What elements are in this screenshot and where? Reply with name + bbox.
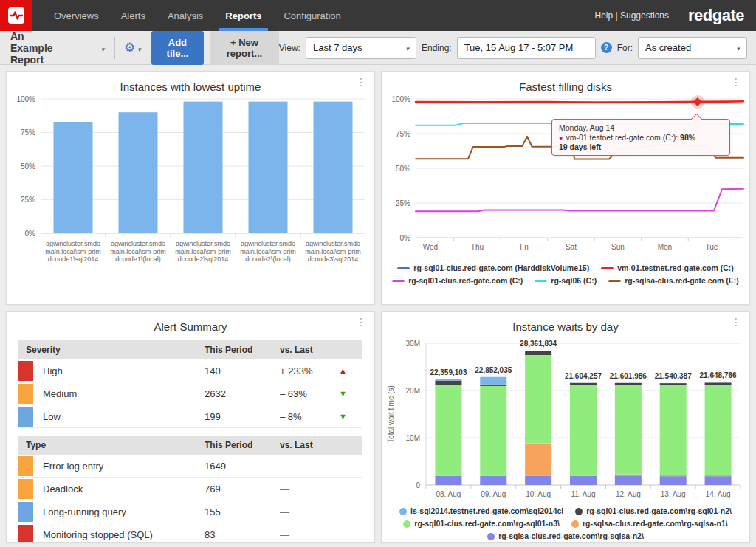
nav-tab-configuration[interactable]: Configuration	[272, 0, 351, 31]
nav-tab-alerts[interactable]: Alerts	[110, 0, 157, 31]
for-label: For:	[617, 43, 633, 53]
tile-instances-lowest-uptime: Instances with lowest uptime 0%25%50%75%…	[6, 71, 375, 305]
tile-title: Instances with lowest uptime	[7, 80, 374, 93]
view-select-value: Last 7 days	[313, 42, 362, 53]
disk-series-line[interactable]	[416, 189, 743, 211]
tooltip-date: Monday, Aug 14	[559, 123, 723, 132]
y-axis-tick-label: 25%	[396, 199, 410, 207]
uptime-bar[interactable]	[54, 122, 93, 233]
tile-menu-icon[interactable]	[352, 75, 370, 89]
sql-monitor-logo[interactable]	[0, 0, 32, 31]
wait-bar-segment[interactable]	[435, 381, 461, 385]
wait-bar-segment[interactable]	[705, 385, 732, 475]
uptime-bar[interactable]	[249, 102, 288, 233]
table-row: Error log entry1649—	[18, 455, 362, 478]
wait-bar-segment[interactable]	[615, 475, 642, 485]
wait-bar-segment[interactable]	[480, 385, 506, 386]
help-suggestions-link[interactable]: Help | Suggestions	[595, 10, 670, 21]
legend-label: rg-sql01-clus.red-gate.com (C:)	[408, 275, 523, 286]
for-select-value: As created	[645, 42, 691, 53]
wait-bar-segment[interactable]	[525, 351, 551, 355]
wait-bar-segment[interactable]	[615, 383, 642, 385]
divider	[114, 37, 115, 59]
for-select[interactable]: As created	[638, 37, 747, 59]
nav-tab-overviews[interactable]: Overviews	[43, 0, 110, 31]
gear-icon: ⚙	[124, 41, 135, 54]
view-select[interactable]: Last 7 days	[306, 37, 416, 59]
y-axis-tick-label: 10M	[406, 434, 420, 442]
tile-menu-icon[interactable]	[727, 75, 745, 89]
table-header-row: SeverityThis Periodvs. Last	[18, 340, 362, 359]
legend-label: rg-sql01-clus.red-gate.com (HarddiskVolu…	[413, 263, 589, 274]
wait-bar-segment[interactable]	[660, 385, 687, 475]
legend-item[interactable]: rg-sql01-clus.red-gate.com (C:)	[392, 275, 523, 286]
nav-tab-reports[interactable]: Reports	[214, 0, 272, 31]
wait-bar-segment[interactable]	[525, 355, 551, 444]
wait-bar-segment[interactable]	[570, 476, 597, 485]
uptime-bar[interactable]	[314, 102, 353, 233]
legend-item[interactable]: rg-sqlsa-clus.red-gate.com (E:)	[608, 275, 739, 286]
wait-bar-segment[interactable]	[570, 383, 597, 385]
new-report-button[interactable]: + New report...	[210, 31, 279, 65]
wait-bar-segment[interactable]	[480, 476, 506, 485]
legend-dot-icon	[403, 520, 410, 528]
tile-instance-waits-by-day: Instance waits by day 010M20M30MTotal wa…	[381, 311, 750, 543]
wait-bar-segment[interactable]	[480, 386, 506, 476]
legend-dot-icon	[399, 508, 407, 515]
disks-legend: rg-sql01-clus.red-gate.com (HarddiskVolu…	[382, 261, 749, 286]
wait-bar-segment[interactable]	[435, 476, 461, 485]
alert-count: 769	[205, 484, 280, 495]
x-axis-tick-label: 12. Aug	[616, 490, 641, 498]
trend-arrow-icon: ▼	[339, 389, 362, 398]
legend-item[interactable]: rg-sql01-clus.red-gate.com (HarddiskVolu…	[397, 263, 589, 274]
add-tile-button[interactable]: Add tile...	[151, 31, 204, 65]
x-axis-tick-label: Sun	[611, 243, 625, 251]
wait-bar-segment[interactable]	[570, 385, 597, 476]
wait-bar-segment[interactable]	[660, 476, 687, 485]
alert-count: 140	[205, 365, 280, 376]
legend-item[interactable]: rg-sqlsa-clus.red-gate.com\rg-sqlsa-n1\	[571, 518, 728, 529]
waits-stacked-bar-chart[interactable]: 010M20M30MTotal wait time (s)22,359,1030…	[382, 333, 749, 504]
series-bullet-icon: ●	[559, 134, 563, 142]
y-axis-tick-label: 100%	[391, 95, 410, 103]
wait-bar-segment[interactable]	[525, 444, 551, 476]
legend-item[interactable]: rg-sql01-clus.red-gate.com\rg-sql01-n3\	[403, 518, 560, 529]
legend-item[interactable]: rg-sql06 (C:)	[535, 275, 597, 286]
wait-bar-segment[interactable]	[435, 379, 461, 381]
trend-arrow-icon: ▲	[339, 366, 362, 375]
uptime-bar-chart[interactable]: 0%25%50%75%100%agwincluster.smdomain.loc…	[7, 93, 374, 281]
wait-bar-segment[interactable]	[660, 383, 687, 385]
alert-count: 83	[205, 529, 280, 540]
wait-bar-segment[interactable]	[435, 385, 461, 476]
legend-item[interactable]: vm-01.testnet.red-gate.com (C:)	[601, 263, 734, 274]
wait-bar-segment[interactable]	[705, 476, 732, 485]
trend-arrow-icon: ▼	[339, 412, 362, 421]
nav-tab-analysis[interactable]: Analysis	[157, 0, 214, 31]
wait-bar-segment[interactable]	[615, 475, 642, 476]
legend-item[interactable]: rg-sqlsa-clus.red-gate.com\rg-sqlsa-n2\	[487, 531, 644, 542]
x-axis-category-label: agwincluster.smdomain.local\sm-primdcnod…	[110, 240, 166, 263]
table-header-row: TypeThis Periodvs. Last	[18, 436, 362, 455]
ending-datetime-input[interactable]	[457, 37, 596, 59]
tooltip-value: 98%	[680, 133, 695, 142]
wait-bar-segment[interactable]	[705, 475, 732, 476]
legend-item[interactable]: is-sql2014.testnet.red-gate.com\sql2014c…	[399, 506, 563, 517]
wait-bar-segment[interactable]	[480, 377, 506, 385]
wait-bar-segment[interactable]	[660, 475, 687, 477]
report-tile-grid: Instances with lowest uptime 0%25%50%75%…	[6, 71, 750, 543]
wait-bar-segment[interactable]	[705, 382, 732, 385]
uptime-bar[interactable]	[184, 102, 223, 233]
tile-menu-icon[interactable]	[352, 314, 370, 329]
report-settings-button[interactable]: ⚙	[124, 41, 141, 55]
uptime-bar[interactable]	[119, 112, 158, 233]
legend-item[interactable]: rg-sql01-clus.red-gate.com\rg-sql01-n2\	[575, 506, 732, 517]
report-select[interactable]: An Example Report	[9, 30, 111, 66]
wait-bar-segment[interactable]	[525, 476, 551, 485]
info-icon[interactable]: ?	[601, 42, 612, 53]
y-axis-tick-label: 30M	[406, 340, 420, 348]
legend-label: is-sql2014.testnet.red-gate.com\sql2014c…	[410, 506, 563, 517]
wait-bar-segment[interactable]	[615, 385, 642, 475]
legend-line-icon	[535, 280, 547, 282]
legend-label: rg-sqlsa-clus.red-gate.com\rg-sqlsa-n2\	[498, 531, 644, 542]
tile-menu-icon[interactable]	[727, 314, 745, 329]
